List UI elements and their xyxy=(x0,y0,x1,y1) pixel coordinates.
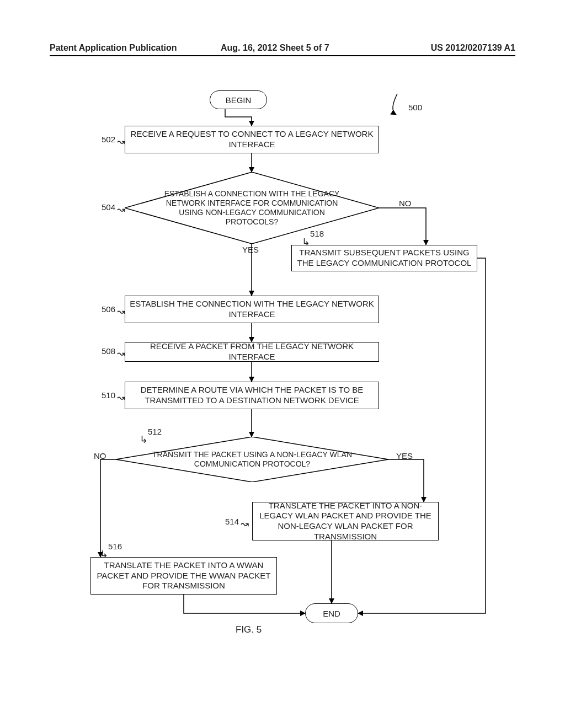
figure-label: FIG. 5 xyxy=(236,624,262,635)
process-514-text: TRANSLATE THE PACKET INTO A NON-LEGACY W… xyxy=(257,501,434,542)
process-516-text: TRANSLATE THE PACKET INTO A WWAN PACKET … xyxy=(95,560,272,591)
terminator-begin: BEGIN xyxy=(210,90,267,109)
ref-506: 506 xyxy=(102,304,115,314)
decision-512: TRANSMIT THE PACKET USING A NON-LEGACY W… xyxy=(116,437,388,482)
process-506-text: ESTABLISH THE CONNECTION WITH THE LEGACY… xyxy=(130,299,374,320)
tick-512: ↳ xyxy=(140,433,148,446)
ref-502: 502 xyxy=(102,135,115,144)
process-506: ESTABLISH THE CONNECTION WITH THE LEGACY… xyxy=(125,296,379,323)
ref-500: 500 xyxy=(408,103,422,112)
terminator-end-label: END xyxy=(323,609,340,618)
ref-512: 512 xyxy=(148,427,162,436)
decision-512-text: TRANSMIT THE PACKET USING A NON-LEGACY W… xyxy=(116,437,388,482)
process-514: TRANSLATE THE PACKET INTO A NON-LEGACY W… xyxy=(252,502,439,540)
process-510: DETERMINE A ROUTE VIA WHICH THE PACKET I… xyxy=(125,382,379,409)
page: Patent Application Publication Aug. 16, … xyxy=(0,0,565,728)
tick-508: ↝ xyxy=(117,347,125,360)
dec512-no-label: NO xyxy=(94,451,106,461)
dec504-no-label: NO xyxy=(399,199,412,208)
process-502: RECEIVE A REQUEST TO CONNECT TO A LEGACY… xyxy=(125,126,379,153)
tick-518: ↳ xyxy=(302,236,310,248)
dec512-yes-label: YES xyxy=(396,451,413,461)
tick-504: ↝ xyxy=(117,204,125,216)
ref-510: 510 xyxy=(102,390,115,400)
process-516: TRANSLATE THE PACKET INTO A WWAN PACKET … xyxy=(90,557,277,595)
process-508-text: RECEIVE A PACKET FROM THE LEGACY NETWORK… xyxy=(130,341,374,362)
tick-516: ↳ xyxy=(100,548,108,560)
ref-508: 508 xyxy=(102,346,115,356)
ref-518: 518 xyxy=(310,229,324,238)
tick-502: ↝ xyxy=(117,136,125,148)
tick-510: ↝ xyxy=(117,392,125,404)
process-518: TRANSMIT SUBSEQUENT PACKETS USING THE LE… xyxy=(291,245,477,271)
dec504-yes-label: YES xyxy=(242,245,259,254)
process-508: RECEIVE A PACKET FROM THE LEGACY NETWORK… xyxy=(125,342,379,362)
process-502-text: RECEIVE A REQUEST TO CONNECT TO A LEGACY… xyxy=(130,129,374,150)
decision-504-text: ESTABLISH A CONNECTION WITH THE LEGACY N… xyxy=(125,172,379,244)
terminator-end: END xyxy=(305,603,358,623)
ref-516: 516 xyxy=(108,542,122,551)
arrows-overlay xyxy=(0,0,565,728)
ref-504: 504 xyxy=(102,202,115,212)
process-518-text: TRANSMIT SUBSEQUENT PACKETS USING THE LE… xyxy=(296,248,472,269)
tick-514: ↝ xyxy=(241,518,249,530)
flowchart-canvas: BEGIN 500 RECEIVE A REQUEST TO CONNECT T… xyxy=(0,0,565,728)
process-510-text: DETERMINE A ROUTE VIA WHICH THE PACKET I… xyxy=(130,385,374,406)
terminator-begin-label: BEGIN xyxy=(226,95,252,105)
decision-504: ESTABLISH A CONNECTION WITH THE LEGACY N… xyxy=(125,172,379,244)
ref-514: 514 xyxy=(225,517,239,526)
tick-506: ↝ xyxy=(117,306,125,318)
